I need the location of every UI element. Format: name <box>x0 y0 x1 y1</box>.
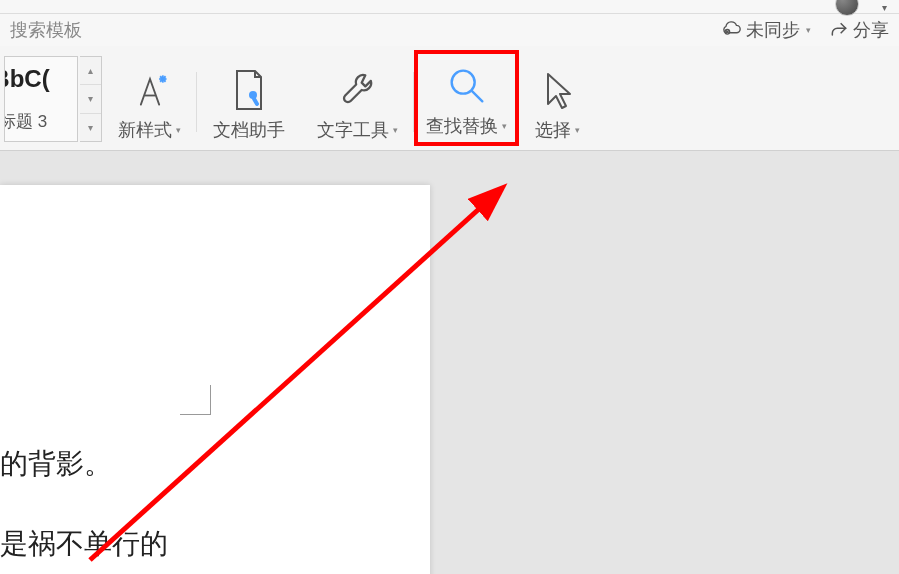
share-button[interactable]: 分享 <box>829 18 889 42</box>
chevron-down-icon: ▾ <box>575 125 580 135</box>
document-text-line: 是祸不单行的 <box>0 525 168 563</box>
cursor-icon <box>538 68 578 112</box>
style-expand-button[interactable]: ▾ <box>80 114 101 141</box>
cloud-off-icon <box>720 19 742 41</box>
style-scroll-down-button[interactable]: ▾ <box>80 85 101 113</box>
chevron-down-icon: ▾ <box>176 125 181 135</box>
style-sample-text: aBbC( <box>4 65 73 93</box>
style-gallery[interactable]: aBbC( 标题 3 ▴ ▾ ▾ <box>0 56 102 142</box>
document-text-line: 的背影。 <box>0 445 112 483</box>
doc-assistant-button[interactable]: 文档助手 <box>197 62 301 142</box>
share-label: 分享 <box>853 18 889 42</box>
find-replace-button[interactable]: 查找替换 ▾ <box>414 50 519 146</box>
share-icon <box>829 20 849 40</box>
style-item-heading3[interactable]: aBbC( 标题 3 <box>4 56 78 142</box>
header-actions: 未同步 ▾ 分享 <box>720 18 889 42</box>
document-page[interactable]: 的背影。 是祸不单行的 <box>0 185 430 574</box>
text-tools-label: 文字工具 <box>317 118 389 142</box>
doc-assistant-label: 文档助手 <box>213 118 285 142</box>
svg-rect-9 <box>251 96 259 107</box>
style-scroll-up-button[interactable]: ▴ <box>80 57 101 85</box>
chevron-down-icon[interactable]: ▾ <box>882 2 887 13</box>
chevron-down-icon: ▾ <box>502 121 507 131</box>
sync-status-button[interactable]: 未同步 ▾ <box>720 18 811 42</box>
find-replace-label: 查找替换 <box>426 114 498 138</box>
style-scroll: ▴ ▾ ▾ <box>80 56 102 142</box>
svg-line-11 <box>471 91 482 102</box>
chevron-down-icon: ▾ <box>393 125 398 135</box>
template-search-input[interactable]: 搜索模板 <box>10 18 720 42</box>
margin-marker <box>180 385 210 415</box>
select-label: 选择 <box>535 118 571 142</box>
document-wrench-icon <box>229 67 269 113</box>
wrench-icon <box>336 68 380 112</box>
user-avatar[interactable] <box>835 0 859 16</box>
new-style-label: 新样式 <box>118 118 172 142</box>
ribbon-toolbar: aBbC( 标题 3 ▴ ▾ ▾ 新样式 ▾ <box>0 46 899 151</box>
sync-status-label: 未同步 <box>746 18 800 42</box>
search-row: 搜索模板 未同步 ▾ 分享 <box>0 14 899 46</box>
new-style-button[interactable]: 新样式 ▾ <box>102 62 197 142</box>
select-button[interactable]: 选择 ▾ <box>519 62 596 142</box>
style-name-label: 标题 3 <box>4 110 73 133</box>
title-bar: ▾ <box>0 0 899 14</box>
text-tools-button[interactable]: 文字工具 ▾ <box>301 62 414 142</box>
new-style-icon <box>128 68 172 112</box>
chevron-down-icon: ▾ <box>806 25 811 35</box>
search-icon <box>444 63 490 109</box>
